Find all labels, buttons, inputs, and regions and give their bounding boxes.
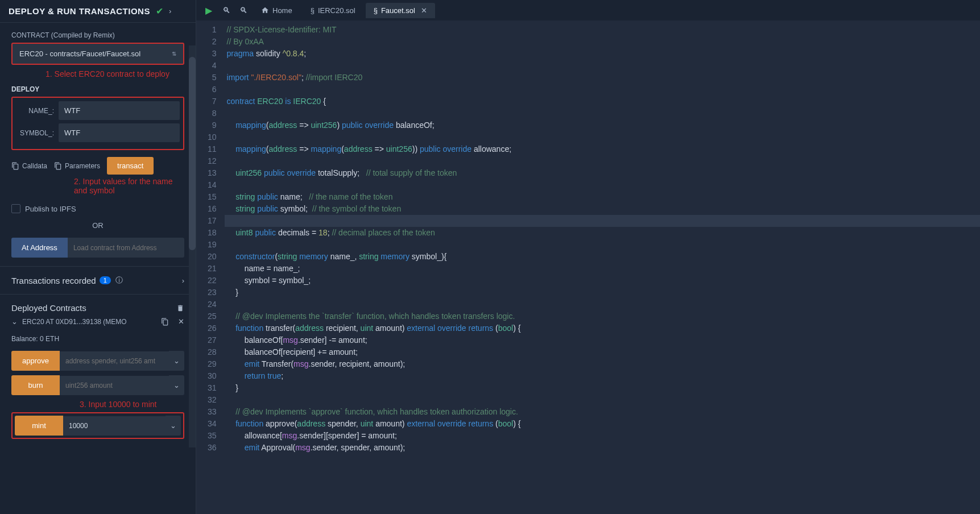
- deploy-label: DEPLOY: [11, 85, 184, 93]
- zoom-in-icon[interactable]: 🔍︎: [236, 6, 251, 15]
- at-address-button[interactable]: At Address: [11, 238, 68, 258]
- transactions-title: Transactions recorded: [11, 276, 96, 285]
- transactions-recorded-row[interactable]: Transactions recorded 1 ⓘ ›: [11, 275, 184, 285]
- deploy-sidebar: DEPLOY & RUN TRANSACTIONS ✔ › CONTRACT (…: [0, 0, 196, 514]
- close-tab-icon[interactable]: ✕: [421, 6, 427, 15]
- deployed-contract-name[interactable]: ERC20 AT 0XD91...39138 (MEMO: [22, 318, 156, 326]
- transact-button[interactable]: transact: [107, 157, 154, 175]
- code-editor[interactable]: 1234567891011121314151617181920212223242…: [196, 20, 980, 514]
- approve-input[interactable]: [60, 351, 169, 371]
- symbol-input[interactable]: [59, 123, 180, 142]
- name-label: NAME_:: [16, 107, 59, 115]
- contract-label: CONTRACT (Compiled by Remix): [11, 31, 184, 39]
- compile-success-icon: ✔: [156, 6, 163, 16]
- home-icon: [261, 6, 269, 14]
- annotation-3: 3. Input 10000 to mint: [80, 400, 184, 409]
- expand-chevron-icon[interactable]: ›: [182, 276, 184, 285]
- publish-label: Publish to IPFS: [25, 205, 76, 213]
- copy-icon: [11, 162, 19, 170]
- solidity-icon: §: [374, 6, 378, 15]
- mint-expand-icon[interactable]: ⌄: [166, 416, 181, 436]
- burn-expand-icon[interactable]: ⌄: [169, 375, 184, 395]
- load-address-input[interactable]: [68, 238, 184, 258]
- annotation-1: 1. Select ERC20 contract to deploy: [46, 69, 184, 78]
- trash-icon[interactable]: [176, 304, 184, 313]
- approve-expand-icon[interactable]: ⌄: [169, 351, 184, 371]
- mint-button[interactable]: mint: [15, 416, 63, 436]
- selected-contract-text: ERC20 - contracts/Faucet/Faucet.sol: [19, 49, 140, 58]
- run-icon[interactable]: ▶: [201, 5, 217, 16]
- burn-input[interactable]: [60, 376, 169, 395]
- burn-button[interactable]: burn: [11, 375, 60, 395]
- annotation-2: 2. Input values for the name and symbol: [74, 177, 184, 195]
- chevron-down-icon[interactable]: ⌄: [11, 317, 18, 326]
- symbol-label: SYMBOL_:: [16, 129, 59, 137]
- zoom-out-icon[interactable]: 🔍︎: [219, 6, 234, 15]
- name-input[interactable]: [59, 101, 180, 120]
- approve-button[interactable]: approve: [11, 351, 60, 371]
- contract-balance: Balance: 0 ETH: [11, 335, 184, 343]
- tab-home[interactable]: Home: [253, 3, 300, 18]
- info-icon[interactable]: ⓘ: [115, 275, 123, 285]
- tab-ierc20[interactable]: § IERC20.sol: [303, 3, 363, 18]
- parameters-button[interactable]: Parameters: [54, 162, 100, 170]
- contract-select[interactable]: ERC20 - contracts/Faucet/Faucet.sol ⇅: [11, 43, 184, 65]
- sidebar-title: DEPLOY & RUN TRANSACTIONS: [9, 6, 150, 16]
- or-divider: OR: [11, 221, 184, 230]
- transactions-count-badge: 1: [100, 276, 111, 284]
- solidity-icon: §: [311, 6, 315, 15]
- publish-ipfs-checkbox[interactable]: [11, 204, 20, 213]
- close-contract-icon[interactable]: ✕: [178, 317, 184, 326]
- copy-icon: [54, 162, 62, 170]
- select-arrows-icon: ⇅: [172, 51, 176, 57]
- editor-tabs: ▶ 🔍︎ 🔍︎ Home § IERC20.sol § Faucet.sol ✕: [196, 0, 980, 20]
- calldata-button[interactable]: Calldata: [11, 162, 47, 170]
- copy-address-icon[interactable]: [161, 318, 169, 326]
- sidebar-header: DEPLOY & RUN TRANSACTIONS ✔ ›: [0, 0, 196, 23]
- collapse-chevron-icon[interactable]: ›: [169, 7, 171, 15]
- deployed-title: Deployed Contracts: [11, 303, 86, 313]
- editor-area: ▶ 🔍︎ 🔍︎ Home § IERC20.sol § Faucet.sol ✕…: [196, 0, 980, 514]
- constructor-args-box: NAME_: SYMBOL_:: [11, 97, 184, 150]
- mint-input[interactable]: [63, 416, 166, 436]
- tab-faucet[interactable]: § Faucet.sol ✕: [366, 3, 435, 18]
- code-lines[interactable]: // SPDX-License-Identifier: MIT// By 0xA…: [225, 20, 980, 514]
- line-gutter: 1234567891011121314151617181920212223242…: [196, 20, 225, 514]
